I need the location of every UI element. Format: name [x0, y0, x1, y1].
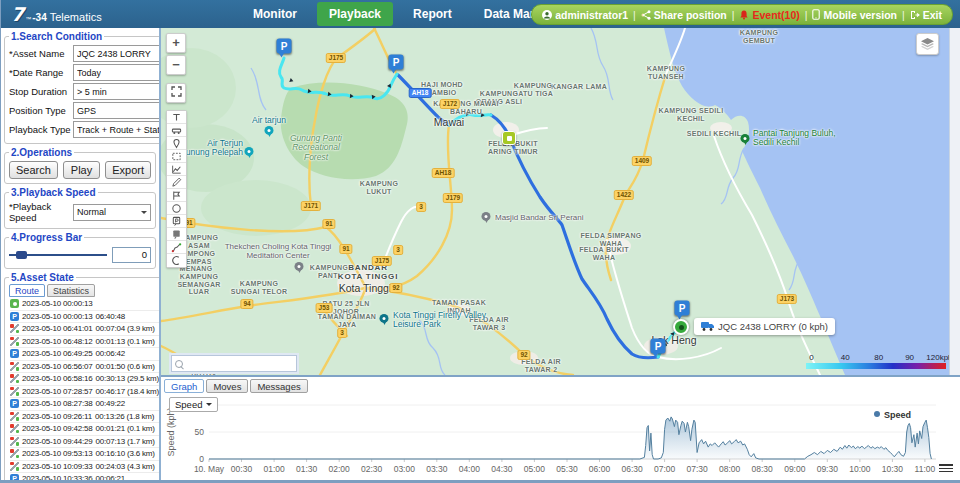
zoom-in-button[interactable]: + [166, 33, 186, 53]
circle-tool-button[interactable] [167, 202, 186, 215]
event-time: 2023-05-10 07:28:57 [22, 387, 93, 396]
asset-event-row[interactable]: 2023-05-10 09:44:29 00:07:13 (1.7 km) [10, 436, 159, 449]
search-field-row: Position Type GPS [9, 102, 161, 119]
curve-tool-button[interactable] [167, 254, 186, 267]
svg-text:Speed (kph): Speed (kph) [166, 407, 176, 456]
svg-text:10:00: 10:00 [849, 464, 871, 474]
asset-event-row[interactable]: 2023-05-10 08:27:38 00:49:22 [10, 398, 159, 411]
fullscreen-button[interactable] [166, 83, 186, 103]
asset-event-row[interactable]: 2023-05-10 06:41:01 00:07:04 (3.9 km) [10, 323, 159, 336]
menu-item[interactable]: Playback [317, 2, 393, 26]
section-legend: 2.Operations [9, 147, 74, 158]
field-control[interactable]: JQC 2438 LORRY [73, 45, 161, 62]
section-legend: 3.Playback Speed [9, 187, 98, 198]
share-position[interactable]: Share position [641, 9, 727, 21]
chart-tool-button[interactable] [167, 163, 186, 176]
field-control[interactable]: > 5 min [73, 83, 161, 100]
asset-event-row[interactable]: 2023-05-10 06:58:16 00:30:13 (29.5 km) [10, 373, 159, 386]
asset-event-row[interactable]: 2023-05-10 09:42:58 00:01:21 (0.1 km) [10, 423, 159, 436]
event-time: 2023-05-10 09:53:13 [22, 449, 93, 458]
asset-event-row[interactable]: 2023-05-10 10:09:33 00:24:03 (4.3 km) [10, 461, 159, 474]
field-label: *Date Range [9, 67, 73, 78]
event-type-icon [10, 462, 19, 471]
parking-marker-tool-button[interactable] [167, 215, 186, 228]
poi-marker-tool-button[interactable] [167, 228, 186, 241]
svg-text:09:30: 09:30 [817, 464, 839, 474]
map-marker[interactable] [673, 319, 689, 335]
field-control[interactable]: GPS [73, 102, 161, 119]
zoom-out-button[interactable]: − [166, 55, 186, 75]
asset-state-tab[interactable]: Route [9, 284, 45, 297]
asset-event-row[interactable]: 2023-05-10 06:56:07 00:01:50 (0.6 km) [10, 361, 159, 374]
vehicle-icon [171, 125, 182, 136]
poi-pin-icon [295, 262, 304, 271]
asset-event-row[interactable]: 2023-05-10 00:00:13 06:40:48 [10, 311, 159, 324]
map-marker[interactable]: P [277, 39, 292, 54]
user-account[interactable]: administrator1 [542, 9, 628, 21]
map-marker[interactable]: P [651, 339, 666, 354]
event-type-icon [10, 374, 19, 383]
progress-slider[interactable] [9, 249, 107, 261]
event-duration: 00:49:22 [96, 399, 126, 408]
brand-name: Telematics [50, 11, 102, 23]
svg-text:10. May: 10. May [194, 464, 225, 474]
flag-tool-button[interactable] [167, 189, 186, 202]
playback-speed-section: 3.Playback Speed *Playback Speed Normal [4, 187, 156, 229]
event-duration: 00:01:21 (0.1 km) [96, 424, 155, 433]
curve-icon [171, 255, 182, 266]
chart-menu-button[interactable] [939, 463, 953, 474]
draw-tool-button[interactable] [167, 176, 186, 189]
operation-button[interactable]: Play [63, 161, 100, 179]
text-tool-button[interactable] [167, 111, 186, 124]
field-control[interactable]: Today [73, 64, 161, 81]
asset-event-row[interactable]: 2023-05-10 10:33:36 00:06:21 [10, 473, 159, 480]
map-search-box[interactable] [171, 355, 297, 372]
layers-button[interactable] [916, 33, 939, 55]
asset-event-row[interactable]: 2023-05-10 00:00:13 [10, 298, 159, 311]
event-alert[interactable]: Event(10) [739, 9, 799, 21]
operation-button[interactable]: Export [105, 161, 151, 179]
slider-handle[interactable] [16, 251, 27, 259]
svg-text:Speed: Speed [884, 410, 911, 420]
asset-state-tab[interactable]: Statistics [47, 284, 95, 297]
asset-event-row[interactable]: 2023-05-10 07:28:57 00:46:17 (18.4 km) [10, 386, 159, 399]
mobile-version[interactable]: Mobile version [812, 9, 897, 21]
playback-speed-row: *Playback Speed Normal [9, 201, 151, 223]
map-marker[interactable] [502, 131, 516, 145]
exit-button[interactable]: Exit [910, 9, 942, 21]
poi-pin-icon [245, 147, 254, 156]
progress-bar-section: 4.Progress Bar 0 [4, 232, 156, 269]
search-field-row: *Asset Name JQC 2438 LORRY [9, 45, 161, 62]
map-canvas[interactable]: KAMPUNG GEMBUTKAMPUNG TUANSEHKANGAR LAMA… [161, 28, 949, 375]
asset-event-row[interactable]: 2023-05-10 09:53:13 00:16:10 (3.6 km) [10, 448, 159, 461]
event-type-icon [10, 412, 19, 421]
svg-text:05:30: 05:30 [556, 464, 578, 474]
playback-speed-select[interactable]: Normal [73, 204, 151, 221]
fullscreen-icon [171, 86, 182, 97]
route-tool-button[interactable] [167, 241, 186, 254]
vehicle-tool-button[interactable] [167, 124, 186, 137]
graph-panel: Graph Moves Messages Speed 10. May00:300… [161, 375, 960, 480]
field-control[interactable]: Track + Route + Statistic [73, 121, 161, 138]
speed-chart: 10. May00:3001:0001:3002:0002:3003:0003:… [161, 389, 960, 480]
exit-icon [910, 10, 920, 20]
poi-pin-icon [741, 134, 750, 143]
asset-event-row[interactable]: 2023-05-10 06:48:12 00:01:13 (0.1 km) [10, 336, 159, 349]
menu-item[interactable]: Report [401, 2, 464, 26]
event-time: 2023-05-10 06:56:07 [22, 362, 93, 371]
series-selector[interactable]: Speed [169, 397, 218, 412]
search-condition-section: 1.Search Condition *Asset Name JQC 2438 … [4, 31, 161, 144]
field-label: Position Type [9, 105, 73, 116]
speed-gradient-bar [806, 363, 946, 369]
place-pin-tool-button[interactable] [167, 137, 186, 150]
select-area-tool-button[interactable] [167, 150, 186, 163]
event-time: 2023-05-10 10:09:33 [22, 462, 93, 471]
map-marker[interactable]: P [389, 55, 404, 70]
event-duration: 00:46:17 (18.4 km) [96, 387, 160, 396]
asset-event-row[interactable]: 2023-05-10 06:49:25 00:06:42 [10, 348, 159, 361]
asset-event-row[interactable]: 2023-05-10 09:26:11 00:13:26 (1.8 km) [10, 411, 159, 424]
svg-text:11:00: 11:00 [915, 464, 936, 474]
map-marker[interactable]: P [675, 301, 690, 316]
menu-item[interactable]: Monitor [241, 2, 309, 26]
operation-button[interactable]: Search [9, 161, 58, 179]
